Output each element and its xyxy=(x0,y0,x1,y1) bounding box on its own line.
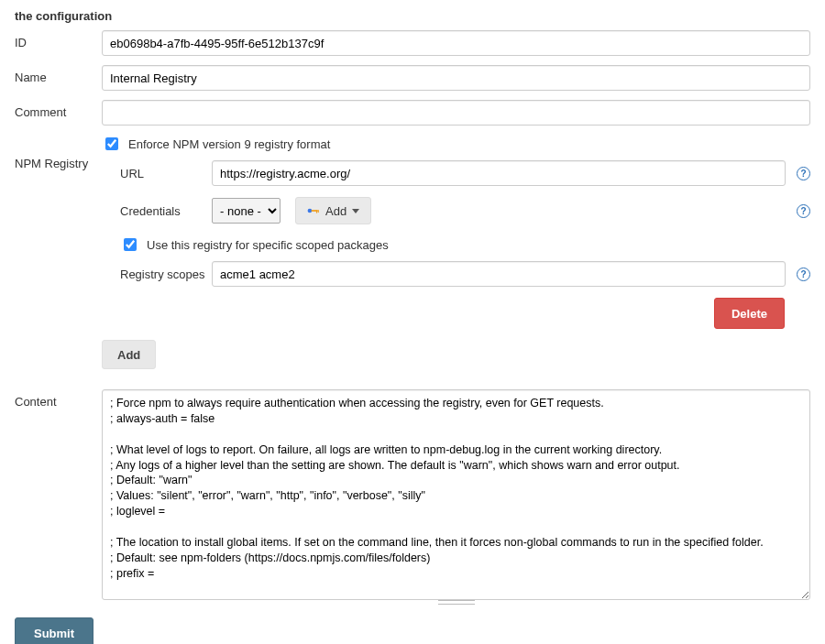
url-input[interactable] xyxy=(212,160,786,186)
scoped-label: Use this registry for specific scoped pa… xyxy=(147,238,389,252)
key-icon xyxy=(307,206,320,215)
help-icon[interactable]: ? xyxy=(797,267,810,281)
submit-button[interactable]: Submit xyxy=(15,617,94,644)
comment-input[interactable] xyxy=(102,100,810,126)
id-input[interactable] xyxy=(102,30,810,56)
scoped-checkbox[interactable] xyxy=(124,238,137,251)
name-label: Name xyxy=(15,65,102,84)
credentials-select[interactable]: - none - xyxy=(212,198,280,224)
content-textarea[interactable] xyxy=(102,389,810,600)
scopes-input[interactable] xyxy=(212,261,786,287)
npm-registry-label: NPM Registry xyxy=(15,135,102,170)
url-label: URL xyxy=(120,167,212,180)
enforce-checkbox[interactable] xyxy=(105,137,118,150)
add-credentials-button[interactable]: Add xyxy=(295,197,371,224)
add-registry-button[interactable]: Add xyxy=(102,340,156,369)
name-input[interactable] xyxy=(102,65,810,91)
id-label: ID xyxy=(15,30,102,49)
section-title: the configuration xyxy=(15,9,810,23)
svg-rect-3 xyxy=(318,210,319,213)
help-icon[interactable]: ? xyxy=(797,167,810,180)
delete-button[interactable]: Delete xyxy=(714,298,785,329)
content-label: Content xyxy=(15,389,102,409)
credentials-label: Credentials xyxy=(120,204,212,218)
help-icon[interactable]: ? xyxy=(797,204,810,218)
svg-rect-2 xyxy=(316,210,317,213)
enforce-label: Enforce NPM version 9 registry format xyxy=(128,137,330,151)
svg-point-0 xyxy=(308,209,313,213)
scopes-label: Registry scopes xyxy=(120,267,212,281)
comment-label: Comment xyxy=(15,100,102,119)
resize-handle-icon[interactable] xyxy=(438,600,475,606)
chevron-down-icon xyxy=(352,209,359,213)
